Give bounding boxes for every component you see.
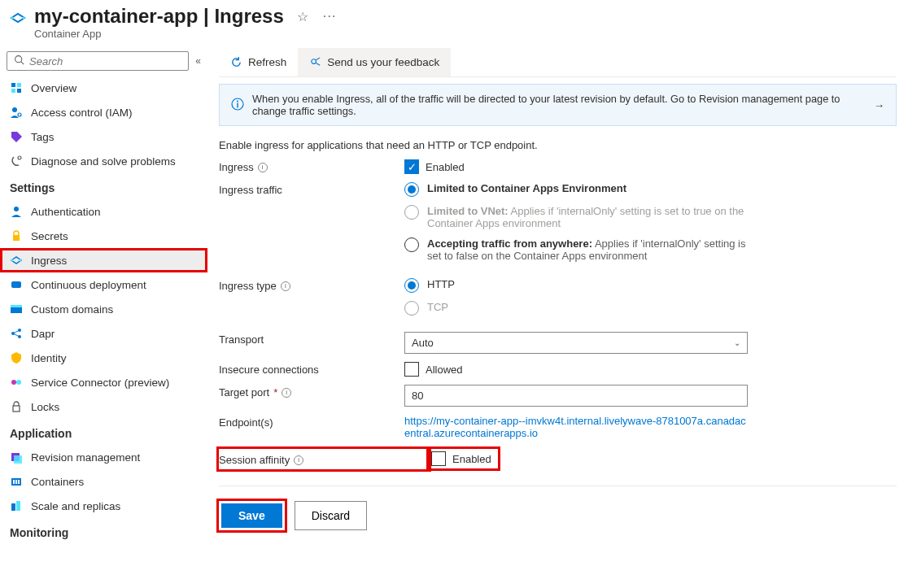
- affinity-label: Session affinityi: [219, 452, 401, 466]
- auth-icon: [10, 205, 23, 218]
- sidebar-item-revisions[interactable]: Revision management: [0, 445, 207, 469]
- cd-icon: [10, 278, 23, 291]
- sidebar-item-serviceconnector[interactable]: Service Connector (preview): [0, 370, 207, 394]
- refresh-button[interactable]: Refresh: [219, 48, 298, 76]
- affinity-checkbox[interactable]: Enabled: [431, 451, 491, 466]
- sidebar-item-domains[interactable]: Custom domains: [0, 297, 207, 321]
- insecure-checkbox[interactable]: Allowed: [404, 362, 897, 377]
- svg-point-34: [312, 59, 316, 64]
- chevron-down-icon: ⌄: [734, 338, 740, 347]
- transport-label: Transport: [219, 332, 404, 346]
- info-bar[interactable]: When you enable Ingress, all of the traf…: [219, 84, 897, 126]
- port-label: Target port*i: [219, 385, 404, 399]
- resource-type: Container App: [34, 28, 337, 40]
- iam-icon: [10, 106, 23, 119]
- radio-disabled-icon: [404, 301, 419, 316]
- radio-icon: [404, 237, 419, 252]
- svg-rect-12: [13, 235, 20, 241]
- discard-button[interactable]: Discard: [295, 501, 367, 530]
- traffic-option-anywhere[interactable]: Accepting traffic from anywhere: Applies…: [404, 237, 897, 262]
- section-application: Application: [0, 419, 207, 445]
- section-settings: Settings: [0, 173, 207, 199]
- traffic-label: Ingress traffic: [219, 182, 404, 196]
- sidebar-item-cd[interactable]: Continuous deployment: [0, 272, 207, 297]
- scale-icon: [10, 499, 23, 512]
- dapr-icon: [10, 327, 23, 340]
- svg-rect-31: [18, 480, 20, 484]
- toolbar: Refresh Send us your feedback: [219, 48, 897, 77]
- svg-point-11: [14, 207, 19, 211]
- svg-point-10: [18, 156, 21, 159]
- feedback-icon: [309, 56, 321, 68]
- section-monitoring: Monitoring: [0, 518, 207, 544]
- sidebar-item-tags[interactable]: Tags: [0, 124, 207, 149]
- svg-line-3: [21, 62, 24, 64]
- diagnose-icon: [10, 155, 23, 168]
- refresh-icon: [230, 56, 242, 68]
- endpoint-link[interactable]: https://my-container-app--imvkw4t.intern…: [404, 415, 748, 439]
- type-option-http[interactable]: HTTP: [404, 278, 897, 293]
- sidebar-item-overview[interactable]: Overview: [0, 76, 207, 100]
- svg-point-14: [20, 259, 22, 262]
- more-icon[interactable]: ···: [323, 9, 337, 24]
- sidebar-item-scale[interactable]: Scale and replicas: [0, 494, 207, 518]
- svg-rect-4: [11, 83, 15, 87]
- info-icon[interactable]: i: [281, 281, 290, 291]
- svg-rect-30: [15, 480, 17, 484]
- sidebar-item-iam[interactable]: Access control (IAM): [0, 100, 207, 124]
- sidebar-item-diagnose[interactable]: Diagnose and solve problems: [0, 149, 207, 173]
- overview-icon: [10, 81, 23, 94]
- ingress-enabled-checkbox[interactable]: ✓ Enabled: [404, 159, 897, 174]
- traffic-option-vnet: Limited to VNet: Applies if 'internalOnl…: [404, 205, 897, 229]
- svg-point-13: [11, 259, 14, 262]
- traffic-option-env[interactable]: Limited to Container Apps Environment: [404, 182, 897, 197]
- svg-rect-29: [13, 480, 15, 484]
- checkbox-checked-icon: ✓: [404, 159, 419, 174]
- serviceconnector-icon: [10, 376, 23, 389]
- svg-rect-33: [16, 501, 20, 511]
- sidebar-item-identity[interactable]: Identity: [0, 346, 207, 370]
- svg-rect-17: [11, 305, 22, 307]
- checkbox-icon: [431, 451, 446, 466]
- sidebar-item-ingress[interactable]: Ingress: [0, 248, 207, 272]
- svg-point-23: [11, 380, 16, 385]
- svg-rect-7: [17, 89, 21, 93]
- info-icon[interactable]: i: [258, 163, 268, 172]
- sidebar-item-secrets[interactable]: Secrets: [0, 224, 207, 248]
- svg-point-24: [16, 380, 21, 385]
- search-field[interactable]: [29, 55, 181, 68]
- secrets-icon: [10, 229, 23, 242]
- svg-point-36: [237, 100, 238, 102]
- favorite-icon[interactable]: ☆: [297, 9, 308, 24]
- sidebar-item-dapr[interactable]: Dapr: [0, 321, 207, 346]
- save-button[interactable]: Save: [221, 503, 282, 528]
- search-input[interactable]: [7, 51, 189, 71]
- insecure-label: Insecure connections: [219, 362, 404, 376]
- port-input[interactable]: 80: [404, 385, 748, 407]
- type-option-tcp: TCP: [404, 301, 897, 316]
- svg-rect-25: [13, 406, 20, 412]
- container-app-icon: [8, 8, 28, 28]
- sidebar-item-containers[interactable]: Containers: [0, 469, 207, 494]
- ingress-label: Ingressi: [219, 159, 404, 173]
- sidebar-item-locks[interactable]: Locks: [0, 394, 207, 419]
- collapse-sidebar-icon[interactable]: «: [195, 55, 201, 67]
- checkbox-icon: [404, 362, 419, 377]
- domains-icon: [10, 303, 23, 316]
- endpoints-label: Endpoint(s): [219, 415, 404, 429]
- search-icon: [14, 54, 24, 68]
- arrow-icon: →: [874, 99, 884, 111]
- svg-point-2: [15, 56, 22, 63]
- sidebar-item-authentication[interactable]: Authentication: [0, 199, 207, 224]
- radio-selected-icon: [404, 278, 419, 293]
- svg-point-8: [12, 107, 17, 112]
- revisions-icon: [10, 451, 23, 464]
- info-icon[interactable]: i: [282, 388, 291, 398]
- locks-icon: [10, 400, 23, 413]
- tags-icon: [10, 130, 23, 143]
- description: Enable ingress for applications that nee…: [219, 139, 897, 151]
- info-icon[interactable]: i: [294, 455, 303, 465]
- transport-select[interactable]: Auto ⌄: [404, 332, 748, 354]
- feedback-button[interactable]: Send us your feedback: [298, 48, 451, 76]
- svg-rect-6: [11, 89, 15, 93]
